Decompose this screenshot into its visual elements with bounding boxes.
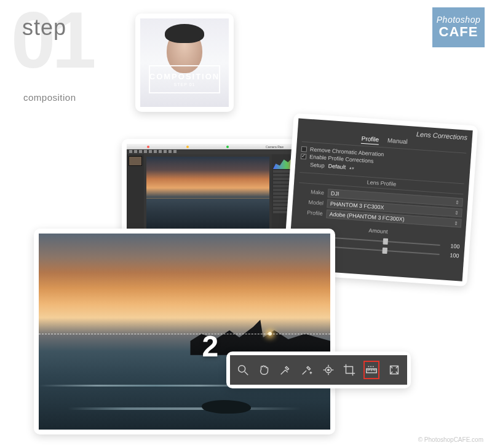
thumb-image: COMPOSITION STEP 01 bbox=[140, 18, 229, 107]
window-titlebar: Camera Raw bbox=[127, 144, 301, 149]
model-label: Model bbox=[298, 198, 324, 206]
hand-tool[interactable] bbox=[258, 361, 272, 379]
setup-stepper-icon[interactable]: ▴▾ bbox=[349, 166, 354, 170]
svg-line-1 bbox=[245, 372, 248, 375]
zoom-tool[interactable] bbox=[236, 361, 250, 379]
step-caption: composition bbox=[23, 92, 76, 103]
close-icon[interactable] bbox=[147, 146, 149, 148]
straighten-guide-line bbox=[39, 334, 330, 334]
make-label: Make bbox=[298, 188, 325, 196]
photo-rock bbox=[202, 400, 251, 414]
eyedropper-plus-icon bbox=[300, 363, 314, 377]
remove-ca-checkbox[interactable] bbox=[301, 146, 308, 152]
photo-wave2 bbox=[39, 407, 330, 410]
window-title: Camera Raw bbox=[266, 145, 284, 149]
hand-icon bbox=[258, 363, 271, 377]
svg-point-0 bbox=[239, 366, 245, 372]
minimize-icon[interactable] bbox=[186, 146, 189, 148]
acr-toolbar-zoom-card bbox=[226, 352, 411, 388]
profile-label: Profile bbox=[296, 209, 323, 217]
crop-tool[interactable] bbox=[343, 361, 357, 379]
sunset-photo[interactable]: 2 bbox=[39, 234, 330, 430]
straighten-icon bbox=[365, 363, 378, 377]
thumb-title-frame: COMPOSITION STEP 01 bbox=[149, 65, 220, 93]
footer-credit: © PhotoshopCAFE.com bbox=[418, 436, 483, 443]
distortion-value: 100 bbox=[443, 243, 460, 250]
magnifier-icon bbox=[236, 363, 250, 377]
color-sampler-tool[interactable] bbox=[300, 361, 314, 379]
vignetting-value: 100 bbox=[443, 251, 459, 259]
composition-video-thumb[interactable]: COMPOSITION STEP 01 bbox=[135, 14, 234, 112]
vignetting-slider[interactable] bbox=[330, 246, 440, 255]
acr-toolbar bbox=[127, 149, 301, 154]
targeted-adjustment-tool[interactable] bbox=[321, 361, 335, 379]
tab-manual[interactable]: Manual bbox=[387, 137, 408, 147]
eyedropper-icon bbox=[279, 363, 292, 377]
setup-value[interactable]: Default bbox=[328, 163, 346, 170]
svg-point-3 bbox=[327, 369, 329, 371]
transform-tool[interactable] bbox=[387, 361, 401, 379]
logo-line2: CAFE bbox=[439, 25, 478, 39]
straighten-preview-card: 2 bbox=[34, 229, 335, 434]
maximize-icon[interactable] bbox=[226, 146, 229, 148]
straighten-tool[interactable] bbox=[363, 361, 379, 379]
preview-image[interactable] bbox=[146, 157, 269, 231]
step-label: step bbox=[22, 15, 66, 41]
photoshopcafe-logo: Photoshop CAFE bbox=[432, 7, 485, 47]
callout-marker-2: 2 bbox=[202, 329, 218, 363]
tab-profile[interactable]: Profile bbox=[361, 135, 379, 145]
target-icon bbox=[322, 363, 335, 377]
transform-icon bbox=[387, 363, 401, 377]
camera-raw-window-card: Camera Raw 1 bbox=[122, 139, 306, 243]
enable-profile-checkbox[interactable] bbox=[301, 153, 307, 159]
thumb-title: COMPOSITION bbox=[149, 72, 220, 81]
logo-line1: Photoshop bbox=[437, 15, 480, 25]
crop-icon bbox=[343, 363, 356, 377]
filmstrip[interactable] bbox=[127, 154, 144, 234]
setup-label: Setup bbox=[310, 162, 325, 169]
white-balance-tool[interactable] bbox=[279, 361, 293, 379]
acr-tool-strip bbox=[230, 355, 407, 385]
camera-raw-window: Camera Raw bbox=[127, 144, 301, 238]
thumb-subtitle: STEP 01 bbox=[174, 82, 196, 87]
